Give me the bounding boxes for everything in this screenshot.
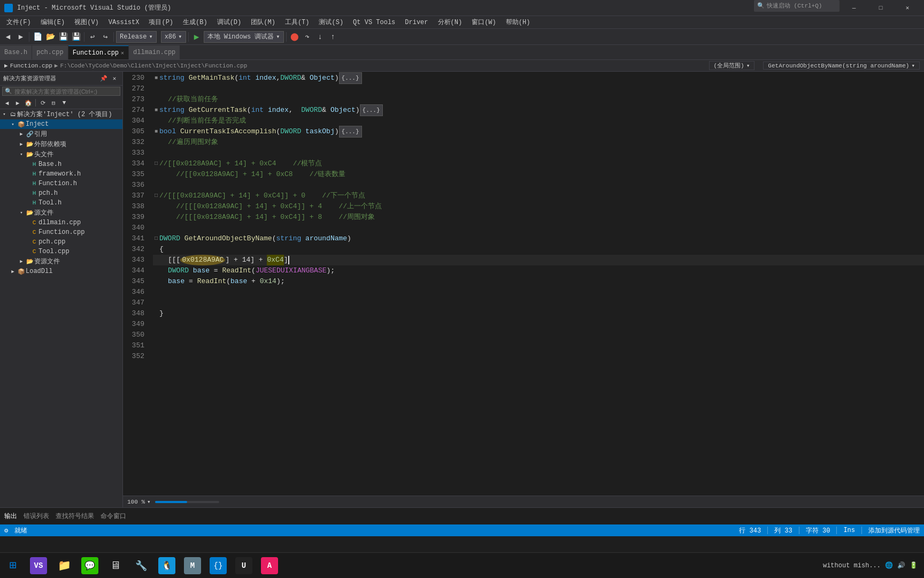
tree-solution[interactable]: ▾ 🗂 解决方案'Inject' (2 个项目) — [0, 109, 122, 119]
taskbar-vs[interactable]: VS — [26, 553, 51, 579]
menu-tools[interactable]: 工具(T) — [281, 16, 314, 29]
build-config-dropdown[interactable]: Release ▾ — [116, 31, 157, 43]
solution-search-input[interactable] — [14, 88, 118, 95]
collapsed-305[interactable]: {...} — [339, 126, 362, 138]
menu-test[interactable]: 测试(S) — [314, 16, 348, 29]
network-icon[interactable]: 🌐 — [885, 561, 893, 569]
tab-dllmain-cpp[interactable]: dllmain.cpp — [129, 45, 180, 59]
sol-forward[interactable]: ▶ — [13, 98, 22, 108]
tree-source-files[interactable]: ▾ 📂 源文件 — [0, 208, 122, 218]
taskbar-qq[interactable]: 🐧 — [154, 553, 180, 579]
sol-close[interactable]: ✕ — [110, 74, 119, 83]
close-button[interactable]: ✕ — [895, 0, 920, 16]
status-add-to-source[interactable]: 添加到源代码管理 — [868, 526, 920, 535]
debug-target-dropdown[interactable]: 本地 Windows 调试器 ▾ — [204, 31, 284, 43]
toolbar-open[interactable]: 📂 — [44, 31, 56, 43]
battery-icon[interactable]: 🔋 — [910, 561, 918, 569]
search-global[interactable]: 🔍 快速启动 (Ctrl+Q) — [754, 0, 840, 12]
toolbar-step-over[interactable]: ↷ — [302, 31, 313, 43]
menu-window[interactable]: 窗口(W) — [467, 16, 500, 29]
output-tab-command[interactable]: 命令窗口 — [101, 512, 126, 521]
taskbar-unity[interactable]: U — [231, 553, 257, 579]
toolbar-redo[interactable]: ↪ — [99, 31, 111, 43]
taskbar-start[interactable]: ⊞ — [0, 553, 26, 579]
toolbar-start-debug[interactable]: ▶ — [191, 31, 203, 43]
menu-view[interactable]: 视图(V) — [70, 16, 103, 29]
output-tab-errors[interactable]: 错误列表 — [24, 512, 49, 521]
taskbar-explorer[interactable]: 📁 — [51, 553, 77, 579]
menu-team[interactable]: 团队(M) — [247, 16, 280, 29]
menu-help[interactable]: 帮助(H) — [502, 16, 535, 29]
output-tab-find-symbol[interactable]: 查找符号结果 — [56, 512, 94, 521]
toolbar-save[interactable]: 💾 — [57, 31, 69, 43]
qq-icon: 🐧 — [158, 557, 175, 574]
toolbar-step-out[interactable]: ↑ — [327, 31, 339, 43]
menu-project[interactable]: 项目(P) — [144, 16, 178, 29]
tree-external-deps[interactable]: ▶ 📂 外部依赖项 — [0, 139, 122, 149]
sol-home[interactable]: 🏠 — [24, 98, 33, 108]
nav-function-dropdown[interactable]: GetAroundObjectByName(string aroundName)… — [763, 62, 920, 70]
menu-analyze[interactable]: 分析(N) — [434, 16, 467, 29]
sol-filter[interactable]: ▼ — [59, 98, 69, 108]
sol-pin[interactable]: 📌 — [99, 74, 109, 83]
tab-close-function[interactable]: ✕ — [121, 50, 124, 56]
toolbar-back[interactable]: ◀ — [2, 31, 14, 43]
tree-function-cpp[interactable]: C Function.cpp — [0, 227, 122, 237]
tree-inject-project[interactable]: ▾ 📦 Inject — [0, 119, 122, 129]
toolbar-saveall[interactable]: 💾 — [70, 31, 82, 43]
tab-function-cpp[interactable]: Function.cpp ✕ — [68, 45, 129, 59]
taskbar-tools[interactable]: 🔧 — [128, 553, 154, 579]
tree-tool-cpp[interactable]: C Tool.cpp — [0, 247, 122, 256]
menu-vassistx[interactable]: VAssistX — [104, 16, 144, 29]
menu-debug[interactable]: 调试(D) — [213, 16, 246, 29]
menu-driver[interactable]: Driver — [401, 16, 432, 29]
tree-dllmain-cpp[interactable]: C dllmain.cpp — [0, 218, 122, 227]
output-tab-output[interactable]: 输出 — [4, 512, 17, 521]
tree-framework-h[interactable]: H framework.h — [0, 169, 122, 179]
zoom-slider[interactable] — [155, 501, 219, 503]
sol-collapse-all[interactable]: ⊟ — [49, 98, 58, 108]
maximize-button[interactable]: □ — [868, 0, 893, 16]
tree-base-h[interactable]: H Base.h — [0, 159, 122, 169]
volume-icon[interactable]: 🔊 — [897, 561, 905, 569]
tree-references[interactable]: ▶ 🔗 引用 — [0, 129, 122, 139]
toolbar-new[interactable]: 📄 — [32, 31, 43, 43]
tree-function-h[interactable]: H Function.h — [0, 179, 122, 188]
minimize-button[interactable]: — — [842, 0, 866, 16]
tree-pch-h[interactable]: H pch.h — [0, 188, 122, 198]
sol-back[interactable]: ◀ — [2, 98, 12, 108]
breadcrumb-file[interactable]: ▶ — [4, 62, 8, 69]
nav-scope-dropdown[interactable]: (全局范围) ▾ — [709, 61, 755, 70]
taskbar-wechat[interactable]: 💬 — [77, 553, 103, 579]
code-line-350 — [153, 330, 924, 340]
tree-pch-cpp[interactable]: C pch.cpp — [0, 237, 122, 247]
tree-loaddll[interactable]: ▶ 📦 LoadDll — [0, 267, 122, 276]
taskbar-mware[interactable]: M — [180, 553, 205, 579]
menu-qtvs[interactable]: Qt VS Tools — [349, 16, 399, 29]
menu-file[interactable]: 文件(F) — [2, 16, 35, 29]
platform-dropdown[interactable]: x86 ▾ — [161, 31, 186, 43]
tree-resource-files[interactable]: ▶ 📂 资源文件 — [0, 256, 122, 267]
collapsed-230[interactable]: {...} — [339, 72, 362, 84]
tree-tool-h[interactable]: H Tool.h — [0, 198, 122, 208]
code-line-334: □ //[[0x0128A9AC] + 14] + 0xC4 //根节点 — [153, 158, 924, 169]
code-editor[interactable]: 230 272 273 274 304 305 332 333 334 335 … — [123, 72, 924, 507]
collapsed-274[interactable]: {...} — [360, 104, 383, 116]
toolbar-breakpoint[interactable]: ⬤ — [289, 31, 301, 43]
tree-header-files[interactable]: ▾ 📂 头文件 — [0, 149, 122, 159]
menu-build[interactable]: 生成(B) — [179, 16, 212, 29]
code-lines[interactable]: ■ string GetMainTask( int index, DWORD& … — [149, 72, 924, 496]
tab-pch-cpp[interactable]: pch.cpp — [32, 45, 68, 59]
taskbar-desktop[interactable]: 🖥 — [103, 553, 128, 579]
tab-base-h[interactable]: Base.h — [0, 45, 32, 59]
toolbar-forward[interactable]: ▶ — [15, 31, 27, 43]
sol-sync[interactable]: ⟳ — [38, 98, 48, 108]
taskbar-vscode[interactable]: {} — [205, 553, 231, 579]
menu-edit[interactable]: 编辑(E) — [36, 16, 70, 29]
toolbar-step-in[interactable]: ↓ — [314, 31, 326, 43]
line-numbers: 230 272 273 274 304 305 332 333 334 335 … — [123, 72, 149, 496]
sep1 — [29, 32, 29, 42]
taskbar-activity[interactable]: A — [257, 553, 282, 579]
toolbar-undo[interactable]: ↩ — [87, 31, 98, 43]
tools-icon: 🔧 — [133, 557, 150, 574]
